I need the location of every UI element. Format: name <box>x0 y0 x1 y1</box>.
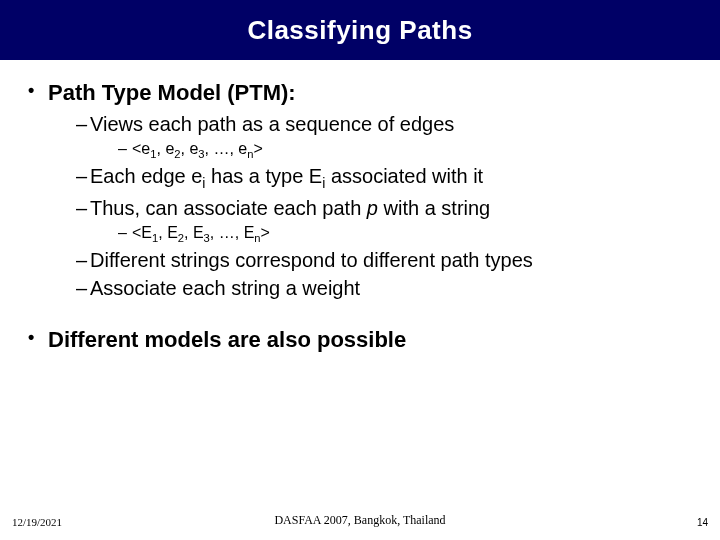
sub-diff-strings: Different strings correspond to differen… <box>76 248 700 273</box>
bullet-ptm: Path Type Model (PTM): Views each path a… <box>28 80 700 301</box>
bullet-ptm-text: Path Type Model (PTM): <box>48 80 296 105</box>
slide-number: 14 <box>697 517 708 528</box>
slide-content: Path Type Model (PTM): Views each path a… <box>0 60 720 353</box>
sub-views-each-text: Views each path as a sequence of edges <box>90 113 454 135</box>
bullet-list: Path Type Model (PTM): Views each path a… <box>20 80 700 353</box>
sub-views-each: Views each path as a sequence of edges <… <box>76 112 700 161</box>
sub-thus-assoc-text: Thus, can associate each path p with a s… <box>90 197 490 219</box>
bullet-diff-models-text: Different models are also possible <box>48 327 406 352</box>
sub2-type-seq: <E1, E2, E3, …, En> <box>118 223 700 245</box>
slide: Classifying Paths Path Type Model (PTM):… <box>0 0 720 540</box>
sub-each-edge: Each edge ei has a type Ei associated wi… <box>76 164 700 193</box>
bullet-diff-models: Different models are also possible <box>28 327 700 353</box>
sub2-edge-seq: <e1, e2, e3, …, en> <box>118 139 700 161</box>
footer-venue: DASFAA 2007, Bangkok, Thailand <box>0 513 720 528</box>
sub-assoc-weight: Associate each string a weight <box>76 276 700 301</box>
slide-title: Classifying Paths <box>247 15 472 46</box>
title-bar: Classifying Paths <box>0 0 720 60</box>
sub-sub-list-1: <e1, e2, e3, …, en> <box>90 139 700 161</box>
sub-sub-list-2: <E1, E2, E3, …, En> <box>90 223 700 245</box>
sub-list-1: Views each path as a sequence of edges <… <box>48 112 700 301</box>
sub-thus-assoc: Thus, can associate each path p with a s… <box>76 196 700 245</box>
